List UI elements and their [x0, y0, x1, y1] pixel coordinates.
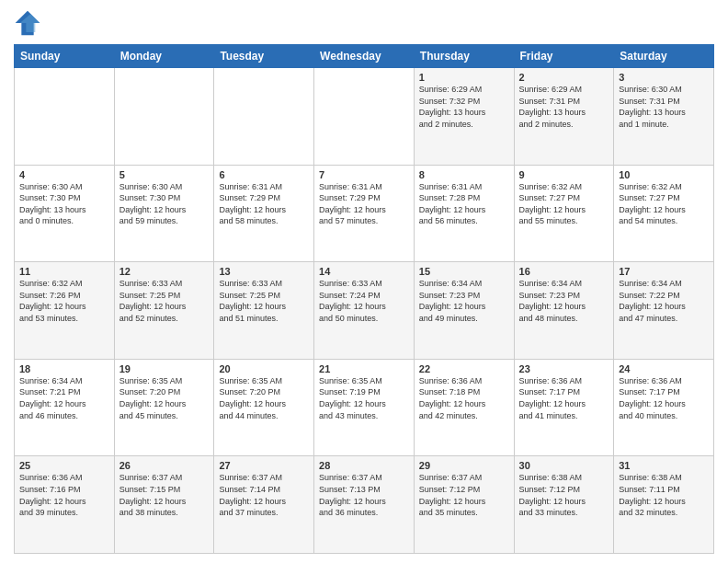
week-row-5: 25Sunrise: 6:36 AM Sunset: 7:16 PM Dayli…: [15, 456, 714, 554]
day-number: 14: [319, 266, 409, 277]
day-cell: 10Sunrise: 6:32 AM Sunset: 7:27 PM Dayli…: [614, 165, 714, 262]
day-cell: 23Sunrise: 6:36 AM Sunset: 7:17 PM Dayli…: [514, 359, 614, 456]
day-number: 27: [219, 460, 309, 471]
day-number: 30: [519, 460, 609, 471]
day-number: 19: [119, 363, 210, 374]
day-detail: Sunrise: 6:37 AM Sunset: 7:15 PM Dayligh…: [119, 472, 210, 518]
day-cell: 29Sunrise: 6:37 AM Sunset: 7:12 PM Dayli…: [414, 456, 514, 554]
day-detail: Sunrise: 6:33 AM Sunset: 7:25 PM Dayligh…: [119, 278, 210, 324]
day-detail: Sunrise: 6:31 AM Sunset: 7:29 PM Dayligh…: [219, 181, 309, 227]
weekday-header-saturday: Saturday: [614, 45, 714, 68]
day-cell: [214, 68, 314, 166]
day-detail: Sunrise: 6:32 AM Sunset: 7:27 PM Dayligh…: [619, 181, 709, 227]
day-number: 22: [419, 363, 509, 374]
day-cell: 31Sunrise: 6:38 AM Sunset: 7:11 PM Dayli…: [614, 456, 714, 554]
day-cell: 24Sunrise: 6:36 AM Sunset: 7:17 PM Dayli…: [614, 359, 714, 456]
day-cell: 4Sunrise: 6:30 AM Sunset: 7:30 PM Daylig…: [15, 165, 115, 262]
weekday-header-wednesday: Wednesday: [314, 45, 415, 68]
day-number: 8: [419, 169, 509, 180]
weekday-header-friday: Friday: [514, 45, 614, 68]
day-detail: Sunrise: 6:33 AM Sunset: 7:24 PM Dayligh…: [319, 278, 409, 324]
weekday-header-thursday: Thursday: [414, 45, 514, 68]
day-cell: 12Sunrise: 6:33 AM Sunset: 7:25 PM Dayli…: [114, 262, 214, 360]
day-cell: 30Sunrise: 6:38 AM Sunset: 7:12 PM Dayli…: [514, 456, 614, 554]
week-row-4: 18Sunrise: 6:34 AM Sunset: 7:21 PM Dayli…: [15, 359, 714, 456]
day-detail: Sunrise: 6:29 AM Sunset: 7:32 PM Dayligh…: [419, 84, 509, 130]
day-detail: Sunrise: 6:34 AM Sunset: 7:23 PM Dayligh…: [419, 278, 509, 324]
day-cell: 27Sunrise: 6:37 AM Sunset: 7:14 PM Dayli…: [214, 456, 314, 554]
day-detail: Sunrise: 6:32 AM Sunset: 7:27 PM Dayligh…: [519, 181, 609, 227]
day-number: 1: [419, 72, 509, 83]
day-number: 18: [19, 363, 109, 374]
day-detail: Sunrise: 6:36 AM Sunset: 7:18 PM Dayligh…: [419, 375, 509, 421]
day-cell: 15Sunrise: 6:34 AM Sunset: 7:23 PM Dayli…: [414, 262, 514, 360]
day-detail: Sunrise: 6:38 AM Sunset: 7:11 PM Dayligh…: [619, 472, 709, 518]
day-cell: 19Sunrise: 6:35 AM Sunset: 7:20 PM Dayli…: [114, 359, 214, 456]
weekday-header-tuesday: Tuesday: [214, 45, 314, 68]
day-detail: Sunrise: 6:32 AM Sunset: 7:26 PM Dayligh…: [19, 278, 109, 324]
day-number: 13: [219, 266, 309, 277]
day-number: 21: [319, 363, 409, 374]
day-detail: Sunrise: 6:37 AM Sunset: 7:14 PM Dayligh…: [219, 472, 309, 518]
day-detail: Sunrise: 6:34 AM Sunset: 7:23 PM Dayligh…: [519, 278, 609, 324]
week-row-3: 11Sunrise: 6:32 AM Sunset: 7:26 PM Dayli…: [15, 262, 714, 360]
day-detail: Sunrise: 6:35 AM Sunset: 7:20 PM Dayligh…: [219, 375, 309, 421]
day-cell: 7Sunrise: 6:31 AM Sunset: 7:29 PM Daylig…: [314, 165, 415, 262]
day-number: 5: [119, 169, 210, 180]
day-detail: Sunrise: 6:33 AM Sunset: 7:25 PM Dayligh…: [219, 278, 309, 324]
day-detail: Sunrise: 6:36 AM Sunset: 7:17 PM Dayligh…: [519, 375, 609, 421]
day-number: 7: [319, 169, 409, 180]
day-detail: Sunrise: 6:29 AM Sunset: 7:31 PM Dayligh…: [519, 84, 609, 130]
day-detail: Sunrise: 6:35 AM Sunset: 7:20 PM Dayligh…: [119, 375, 210, 421]
day-cell: 6Sunrise: 6:31 AM Sunset: 7:29 PM Daylig…: [214, 165, 314, 262]
page: SundayMondayTuesdayWednesdayThursdayFrid…: [0, 0, 728, 563]
day-cell: [114, 68, 214, 166]
weekday-header-sunday: Sunday: [15, 45, 115, 68]
day-number: 23: [519, 363, 609, 374]
day-number: 10: [619, 169, 709, 180]
day-number: 26: [119, 460, 210, 471]
day-number: 31: [619, 460, 709, 471]
weekday-header-monday: Monday: [114, 45, 214, 68]
day-number: 9: [519, 169, 609, 180]
day-detail: Sunrise: 6:34 AM Sunset: 7:21 PM Dayligh…: [19, 375, 109, 421]
day-cell: 11Sunrise: 6:32 AM Sunset: 7:26 PM Dayli…: [15, 262, 115, 360]
logo-icon: [14, 9, 41, 37]
day-detail: Sunrise: 6:30 AM Sunset: 7:30 PM Dayligh…: [119, 181, 210, 227]
day-cell: 17Sunrise: 6:34 AM Sunset: 7:22 PM Dayli…: [614, 262, 714, 360]
day-cell: [314, 68, 415, 166]
day-cell: 14Sunrise: 6:33 AM Sunset: 7:24 PM Dayli…: [314, 262, 415, 360]
day-number: 12: [119, 266, 210, 277]
day-detail: Sunrise: 6:36 AM Sunset: 7:17 PM Dayligh…: [619, 375, 709, 421]
day-cell: [15, 68, 115, 166]
day-detail: Sunrise: 6:30 AM Sunset: 7:31 PM Dayligh…: [619, 84, 709, 130]
day-detail: Sunrise: 6:37 AM Sunset: 7:12 PM Dayligh…: [419, 472, 509, 518]
day-number: 2: [519, 72, 609, 83]
day-cell: 26Sunrise: 6:37 AM Sunset: 7:15 PM Dayli…: [114, 456, 214, 554]
weekday-header-row: SundayMondayTuesdayWednesdayThursdayFrid…: [15, 45, 714, 68]
day-number: 11: [19, 266, 109, 277]
day-cell: 2Sunrise: 6:29 AM Sunset: 7:31 PM Daylig…: [514, 68, 614, 166]
day-number: 17: [619, 266, 709, 277]
day-number: 29: [419, 460, 509, 471]
day-number: 24: [619, 363, 709, 374]
day-detail: Sunrise: 6:30 AM Sunset: 7:30 PM Dayligh…: [19, 181, 109, 227]
day-cell: 13Sunrise: 6:33 AM Sunset: 7:25 PM Dayli…: [214, 262, 314, 360]
day-detail: Sunrise: 6:36 AM Sunset: 7:16 PM Dayligh…: [19, 472, 109, 518]
day-detail: Sunrise: 6:34 AM Sunset: 7:22 PM Dayligh…: [619, 278, 709, 324]
day-cell: 5Sunrise: 6:30 AM Sunset: 7:30 PM Daylig…: [114, 165, 214, 262]
day-number: 25: [19, 460, 109, 471]
day-cell: 22Sunrise: 6:36 AM Sunset: 7:18 PM Dayli…: [414, 359, 514, 456]
day-cell: 9Sunrise: 6:32 AM Sunset: 7:27 PM Daylig…: [514, 165, 614, 262]
calendar-table: SundayMondayTuesdayWednesdayThursdayFrid…: [14, 44, 714, 554]
day-cell: 16Sunrise: 6:34 AM Sunset: 7:23 PM Dayli…: [514, 262, 614, 360]
week-row-1: 1Sunrise: 6:29 AM Sunset: 7:32 PM Daylig…: [15, 68, 714, 166]
day-cell: 18Sunrise: 6:34 AM Sunset: 7:21 PM Dayli…: [15, 359, 115, 456]
day-detail: Sunrise: 6:31 AM Sunset: 7:28 PM Dayligh…: [419, 181, 509, 227]
day-detail: Sunrise: 6:31 AM Sunset: 7:29 PM Dayligh…: [319, 181, 409, 227]
day-number: 16: [519, 266, 609, 277]
day-cell: 28Sunrise: 6:37 AM Sunset: 7:13 PM Dayli…: [314, 456, 415, 554]
day-cell: 21Sunrise: 6:35 AM Sunset: 7:19 PM Dayli…: [314, 359, 415, 456]
header: [14, 9, 714, 37]
day-cell: 8Sunrise: 6:31 AM Sunset: 7:28 PM Daylig…: [414, 165, 514, 262]
